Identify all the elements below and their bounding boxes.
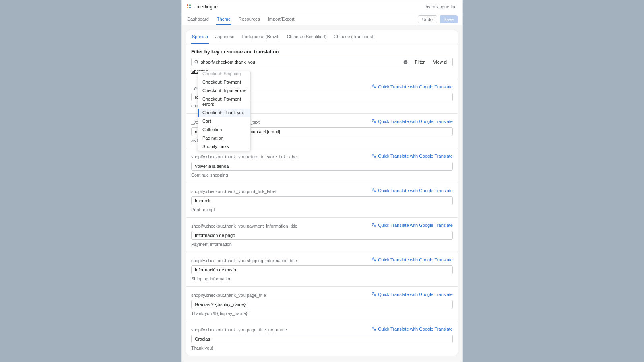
filter-row: Filter View all bbox=[191, 58, 453, 66]
translation-input[interactable] bbox=[191, 196, 453, 205]
string-item-head: shopify.checkout.thank_you.shipping_info… bbox=[191, 257, 453, 263]
nav-actions: Undo Save bbox=[418, 15, 458, 23]
quick-translate-link[interactable]: Quick Translate with Google Translate bbox=[372, 188, 453, 193]
string-item: shopify.checkout.thank_you.shipping_info… bbox=[186, 252, 458, 286]
filter-button[interactable]: Filter bbox=[411, 58, 429, 66]
dropdown-item[interactable]: Checkout: Thank you bbox=[198, 109, 250, 117]
translation-input[interactable] bbox=[191, 265, 453, 274]
translation-input[interactable] bbox=[191, 231, 453, 240]
search-wrap bbox=[191, 58, 411, 66]
quick-translate-label: Quick Translate with Google Translate bbox=[378, 292, 453, 297]
nav-tabs: Dashboard Theme Resources Import/Export bbox=[186, 14, 295, 25]
app-header: Interlingue by mixlogue Inc. bbox=[182, 0, 462, 13]
lang-tab-spanish[interactable]: Spanish bbox=[191, 30, 209, 44]
filter-label: Filter by key or source and translation bbox=[191, 49, 453, 55]
quick-translate-label: Quick Translate with Google Translate bbox=[378, 154, 453, 158]
dropdown-item[interactable]: Checkout: Input errors bbox=[198, 86, 250, 95]
quick-translate-link[interactable]: Quick Translate with Google Translate bbox=[372, 154, 453, 158]
string-item-head: shopify.checkout.thank_you.print_link_la… bbox=[191, 188, 453, 194]
lang-tab-japanese[interactable]: Japanese bbox=[215, 30, 235, 44]
quick-translate-label: Quick Translate with Google Translate bbox=[378, 257, 453, 262]
quick-translate-label: Quick Translate with Google Translate bbox=[378, 327, 453, 331]
nav-tab-dashboard[interactable]: Dashboard bbox=[186, 14, 210, 25]
svg-line-5 bbox=[197, 63, 198, 64]
app-brand: Interlingue bbox=[186, 4, 218, 10]
source-text: Shipping information bbox=[191, 276, 453, 281]
quick-translate-link[interactable]: Quick Translate with Google Translate bbox=[372, 223, 453, 228]
string-item: shopify.checkout.thank_you.return_to_sto… bbox=[186, 148, 458, 183]
string-item-head: shopify.checkout.thank_you.payment_infor… bbox=[191, 223, 453, 228]
app-byline: by mixlogue Inc. bbox=[426, 4, 458, 9]
quick-translate-label: Quick Translate with Google Translate bbox=[378, 223, 453, 228]
dropdown-item[interactable]: Collection bbox=[198, 125, 250, 134]
undo-button[interactable]: Undo bbox=[418, 15, 437, 23]
app-title: Interlingue bbox=[195, 4, 218, 10]
translate-icon bbox=[372, 84, 376, 89]
string-key: shopify.checkout.thank_you.return_to_sto… bbox=[191, 154, 298, 159]
lang-tab-chinese-traditional[interactable]: Chinese (Traditional) bbox=[333, 30, 376, 44]
nav-tab-resources[interactable]: Resources bbox=[238, 14, 261, 25]
quick-translate-label: Quick Translate with Google Translate bbox=[378, 119, 453, 124]
string-key: shopify.checkout.thank_you.payment_infor… bbox=[191, 224, 297, 228]
dropdown-item[interactable]: Cart bbox=[198, 117, 250, 125]
translation-input[interactable] bbox=[191, 162, 453, 171]
nav-tab-import-export[interactable]: Import/Export bbox=[267, 14, 295, 25]
lang-tab-chinese-simplified[interactable]: Chinese (Simplified) bbox=[286, 30, 327, 44]
save-button[interactable]: Save bbox=[440, 15, 458, 23]
language-tabs: Spanish Japanese Portuguese (Brazil) Chi… bbox=[186, 30, 458, 44]
quick-translate-link[interactable]: Quick Translate with Google Translate bbox=[372, 84, 453, 89]
nav-bar: Dashboard Theme Resources Import/Export … bbox=[182, 13, 462, 25]
string-key: shopify.checkout.thank_you.page_title_no… bbox=[191, 327, 287, 332]
string-item: shopify.checkout.thank_you.print_link_la… bbox=[186, 183, 458, 217]
clear-icon[interactable] bbox=[400, 60, 411, 64]
svg-point-4 bbox=[195, 60, 198, 63]
svg-point-1 bbox=[189, 4, 191, 6]
app-logo-icon bbox=[186, 4, 192, 10]
app-frame: Interlingue by mixlogue Inc. Dashboard T… bbox=[181, 0, 463, 362]
translation-input[interactable] bbox=[191, 335, 453, 343]
translate-icon bbox=[372, 188, 376, 193]
dropdown-item[interactable]: Checkout: Shipping bbox=[198, 71, 250, 78]
string-item-head: shopify.checkout.thank_you.page_titleQui… bbox=[191, 292, 453, 298]
lang-tab-portuguese-brazil[interactable]: Portuguese (Brazil) bbox=[241, 30, 280, 44]
quick-translate-link[interactable]: Quick Translate with Google Translate bbox=[372, 292, 453, 297]
translate-icon bbox=[372, 119, 376, 124]
string-key: shopify.checkout.thank_you.print_link_la… bbox=[191, 189, 276, 194]
dropdown-item[interactable]: Shopify Links bbox=[198, 142, 250, 151]
source-text: Thank you! bbox=[191, 346, 453, 350]
search-input[interactable] bbox=[201, 59, 400, 65]
string-item: shopify.checkout.thank_you.page_titleQui… bbox=[186, 286, 458, 321]
svg-point-0 bbox=[187, 4, 188, 6]
search-icon bbox=[192, 60, 201, 64]
source-text: Thank you %{display_name}! bbox=[191, 311, 453, 316]
quick-translate-link[interactable]: Quick Translate with Google Translate bbox=[372, 257, 453, 262]
svg-point-2 bbox=[187, 7, 188, 8]
source-text: Continue shopping bbox=[191, 173, 453, 177]
string-item: shopify.checkout.thank_you.page_title_no… bbox=[186, 321, 458, 356]
translate-icon bbox=[372, 292, 376, 297]
view-all-button[interactable]: View all bbox=[429, 58, 453, 66]
string-item-head: shopify.checkout.thank_you.return_to_sto… bbox=[191, 154, 453, 159]
translate-icon bbox=[372, 223, 376, 228]
svg-point-3 bbox=[189, 7, 191, 8]
translation-input[interactable] bbox=[191, 300, 453, 309]
string-item: shopify.checkout.thank_you.payment_infor… bbox=[186, 217, 458, 252]
string-key: shopify.checkout.thank_you.shipping_info… bbox=[191, 258, 297, 263]
source-text: Payment information bbox=[191, 242, 453, 247]
string-item-head: shopify.checkout.thank_you.page_title_no… bbox=[191, 327, 453, 332]
dropdown-item[interactable]: Checkout: Payment bbox=[198, 78, 250, 86]
translate-icon bbox=[372, 327, 376, 331]
shortcut-dropdown: Checkout: ShippingCheckout: PaymentCheck… bbox=[198, 71, 251, 151]
dropdown-item[interactable]: Checkout: Payment errors bbox=[198, 95, 250, 109]
string-key: shopify.checkout.thank_you.page_title bbox=[191, 293, 266, 298]
source-text: Print receipt bbox=[191, 207, 453, 212]
nav-tab-theme[interactable]: Theme bbox=[216, 14, 231, 25]
quick-translate-label: Quick Translate with Google Translate bbox=[378, 84, 453, 89]
dropdown-item[interactable]: Pagination bbox=[198, 134, 250, 142]
quick-translate-link[interactable]: Quick Translate with Google Translate bbox=[372, 327, 453, 331]
translate-icon bbox=[372, 257, 376, 262]
quick-translate-link[interactable]: Quick Translate with Google Translate bbox=[372, 119, 453, 124]
translate-icon bbox=[372, 154, 376, 158]
quick-translate-label: Quick Translate with Google Translate bbox=[378, 188, 453, 193]
